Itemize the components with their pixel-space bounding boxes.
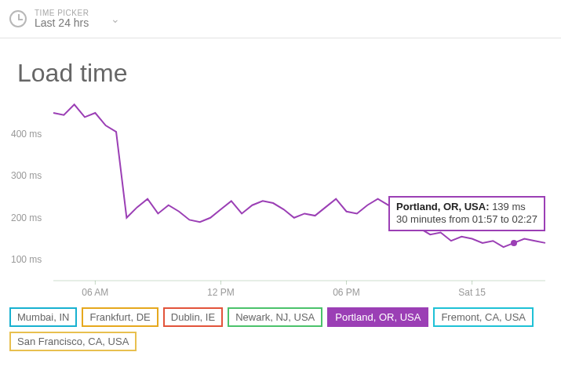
legend-item[interactable]: Portland, OR, USA [327, 307, 428, 327]
x-tick: 06 PM [333, 287, 360, 298]
legend-item[interactable]: Mumbai, IN [9, 307, 77, 327]
y-tick: 200 ms [11, 212, 42, 223]
x-tick: Sat 15 [458, 287, 486, 298]
y-tick: 400 ms [11, 129, 42, 140]
page-title: Load time [17, 59, 561, 88]
tooltip-sub: 30 minutes from 01:57 to 02:27 [396, 213, 537, 226]
legend-item[interactable]: Fremont, CA, USA [433, 307, 534, 327]
legend-item[interactable]: Newark, NJ, USA [228, 307, 322, 327]
tooltip-location: Portland, OR, USA: [396, 201, 489, 212]
chevron-down-icon: ⌄ [111, 13, 120, 25]
legend-item[interactable]: Dublin, IE [163, 307, 223, 327]
highlight-point [511, 240, 517, 246]
clock-icon [9, 10, 27, 27]
tooltip-value: 139 ms [492, 201, 526, 212]
y-tick: 300 ms [11, 170, 42, 181]
y-tick: 100 ms [11, 254, 42, 265]
legend-item[interactable]: Frankfurt, DE [82, 307, 158, 327]
time-picker[interactable]: TIME PICKER Last 24 hrs ⌄ [0, 0, 561, 38]
time-picker-value: Last 24 hrs [35, 17, 89, 29]
time-picker-text: TIME PICKER Last 24 hrs [35, 9, 89, 29]
chart: 100 ms200 ms300 ms400 ms 06 AM12 PM06 PM… [11, 97, 548, 301]
legend-item[interactable]: San Francisco, CA, USA [9, 332, 137, 351]
x-tick: 06 AM [82, 287, 108, 298]
legend: Mumbai, INFrankfurt, DEDublin, IENewark,… [9, 307, 552, 351]
tooltip: Portland, OR, USA: 139 ms 30 minutes fro… [388, 196, 545, 231]
x-tick: 12 PM [207, 287, 235, 298]
